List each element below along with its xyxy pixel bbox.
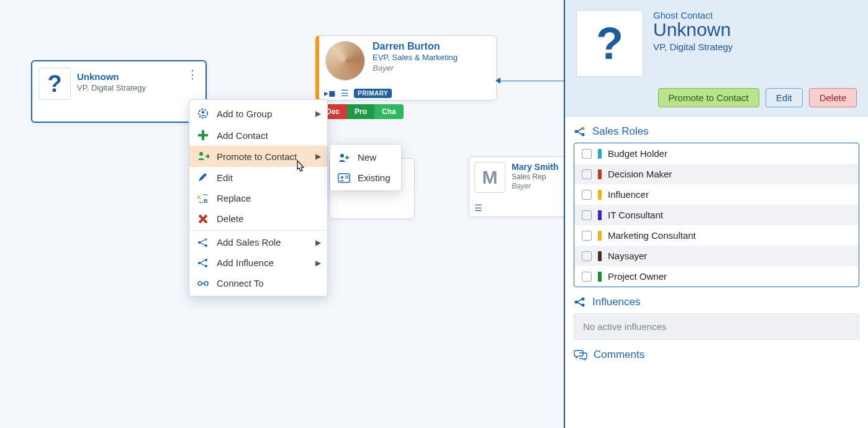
menu-replace[interactable]: AB Replace xyxy=(189,188,327,208)
card-chip-row: ▸◼ ☰ PRIMARY xyxy=(324,88,392,98)
section-title: Comments xyxy=(594,349,644,361)
x-red-icon xyxy=(197,214,209,224)
svg-point-4 xyxy=(199,152,203,156)
menu-label: Edit xyxy=(217,172,233,183)
menu-label: Connect To xyxy=(217,278,264,288)
role-checkbox[interactable] xyxy=(582,169,592,179)
mary-card[interactable]: M Mary Smith Sales Rep Bayer ☰ xyxy=(469,156,579,217)
mary-name: Mary Smith xyxy=(512,162,558,172)
promote-button[interactable]: Promote to Contact xyxy=(658,88,759,107)
ghost-name: Unknown xyxy=(77,71,183,82)
submenu-existing[interactable]: Existing xyxy=(330,167,401,188)
menu-add-influence[interactable]: Add Influence ▶ xyxy=(189,252,327,273)
role-row[interactable]: Decision Maker xyxy=(574,164,859,184)
plus-green-icon xyxy=(197,130,209,141)
share-icon xyxy=(197,258,209,268)
menu-add-sales-role[interactable]: Add Sales Role ▶ xyxy=(189,232,327,252)
list-icon[interactable]: ☰ xyxy=(474,203,482,213)
role-label: Project Owner xyxy=(608,271,667,282)
role-row[interactable]: Marketing Consultant xyxy=(574,225,859,246)
menu-label: Add Contact xyxy=(217,130,268,141)
role-color-swatch xyxy=(598,190,602,200)
list-icon[interactable]: ☰ xyxy=(341,88,349,98)
no-influences-text: No active influences xyxy=(574,313,859,340)
role-color-swatch xyxy=(598,210,602,220)
role-row[interactable]: Project Owner xyxy=(574,266,859,287)
question-icon: ? xyxy=(38,68,71,100)
menu-label: Delete xyxy=(217,213,243,224)
role-row[interactable]: Influencer xyxy=(574,184,859,205)
tag-icon[interactable]: ▸◼ xyxy=(324,88,336,98)
section-title: Influences xyxy=(592,296,641,308)
role-checkbox[interactable] xyxy=(582,210,592,220)
influences-icon xyxy=(574,296,586,308)
swap-ab-icon: AB xyxy=(197,194,209,203)
submenu-new[interactable]: New xyxy=(330,147,401,167)
org-canvas[interactable]: ? Unknown VP, Digital Strategy ⋮ Darren … xyxy=(0,0,564,428)
role-row[interactable]: Budget Holder xyxy=(574,143,859,164)
menu-label: Add Influence xyxy=(217,257,274,268)
panel-title: VP, Digital Strategy xyxy=(653,42,733,52)
role-checkbox[interactable] xyxy=(582,231,592,241)
role-color-swatch xyxy=(598,272,602,282)
svg-text:B: B xyxy=(204,198,208,203)
primary-badge: PRIMARY xyxy=(354,89,392,98)
group-dashed-icon xyxy=(197,107,209,120)
role-row[interactable]: Naysayer xyxy=(574,246,859,266)
ghost-title: VP, Digital Strategy xyxy=(77,83,183,92)
menu-delete[interactable]: Delete xyxy=(189,208,327,229)
svg-point-14 xyxy=(204,282,208,285)
role-checkbox[interactable] xyxy=(582,272,592,282)
menu-label: Promote to Contact xyxy=(217,151,297,162)
card-menu-button[interactable]: ⋮ xyxy=(183,68,201,81)
connect-icon xyxy=(197,279,209,288)
pencil-icon xyxy=(197,172,209,183)
menu-add-contact[interactable]: Add Contact xyxy=(189,125,327,146)
role-label: Decision Maker xyxy=(608,169,672,179)
promote-submenu: New Existing xyxy=(330,144,402,191)
menu-promote-to-contact[interactable]: Promote to Contact ▶ xyxy=(189,146,327,167)
chevron-right-icon: ▶ xyxy=(315,152,321,161)
role-color-swatch xyxy=(598,169,602,179)
svg-rect-3 xyxy=(198,134,208,136)
menu-label: Add to Group xyxy=(217,109,272,119)
role-label: Marketing Consultant xyxy=(608,230,696,241)
role-row[interactable]: IT Consultant xyxy=(574,205,859,225)
avatar-photo xyxy=(325,41,365,81)
darren-title: EVP, Sales & Marketing xyxy=(373,53,458,62)
darren-company: Bayer xyxy=(373,63,458,73)
sales-roles-list: Budget HolderDecision MakerInfluencerIT … xyxy=(574,143,859,287)
person-plus-icon xyxy=(338,153,350,163)
svg-point-13 xyxy=(198,282,202,285)
menu-add-to-group[interactable]: Add to Group ▶ xyxy=(189,102,327,125)
role-label: Influencer xyxy=(608,189,649,200)
ghost-contact-card[interactable]: ? Unknown VP, Digital Strategy ⋮ xyxy=(31,60,207,123)
menu-connect-to[interactable]: Connect To xyxy=(189,273,327,293)
role-checkbox[interactable] xyxy=(582,149,592,159)
role-pill-bar: Dec Pro Cha xyxy=(319,104,404,119)
menu-label: New xyxy=(358,152,376,163)
menu-edit[interactable]: Edit xyxy=(189,167,327,188)
role-checkbox[interactable] xyxy=(582,251,592,261)
role-checkbox[interactable] xyxy=(582,190,592,200)
darren-name: Darren Burton xyxy=(373,41,458,52)
context-menu: Add to Group ▶ Add Contact Promote to Co… xyxy=(189,99,328,296)
contact-card-icon xyxy=(338,173,350,183)
role-label: Naysayer xyxy=(608,251,647,261)
roles-icon xyxy=(574,126,586,137)
role-cha[interactable]: Cha xyxy=(374,104,404,119)
edit-button[interactable]: Edit xyxy=(766,88,803,107)
role-pro[interactable]: Pro xyxy=(347,104,374,119)
section-title: Sales Roles xyxy=(592,125,649,138)
comments-icon xyxy=(574,349,587,360)
chevron-right-icon: ▶ xyxy=(315,259,321,267)
role-label: IT Consultant xyxy=(608,210,663,220)
svg-text:A: A xyxy=(197,194,201,200)
role-color-swatch xyxy=(598,149,602,159)
chevron-right-icon: ▶ xyxy=(315,238,321,247)
menu-label: Replace xyxy=(217,193,251,203)
arrow-head-icon xyxy=(495,78,500,84)
question-icon: ? xyxy=(576,10,643,77)
svg-point-18 xyxy=(341,176,343,179)
delete-button[interactable]: Delete xyxy=(809,88,857,107)
